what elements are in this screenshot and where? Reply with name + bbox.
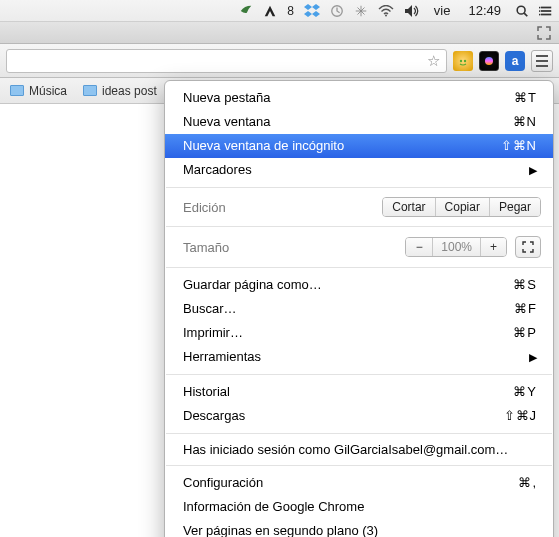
folder-icon: [83, 85, 97, 96]
bookmark-label: Música: [29, 84, 67, 98]
svg-point-1: [385, 14, 387, 16]
fullscreen-button[interactable]: [515, 236, 541, 258]
menu-label: Información de Google Chrome: [183, 498, 364, 516]
shortcut: ⇧⌘J: [504, 407, 538, 425]
menu-background-pages[interactable]: Ver páginas en segundo plano (3): [165, 519, 553, 537]
bookmark-label: ideas post: [102, 84, 157, 98]
adobe-badge: 8: [287, 0, 294, 21]
chrome-main-menu: Nueva pestaña ⌘T Nueva ventana ⌘N Nueva …: [164, 80, 554, 537]
timemachine-icon[interactable]: [330, 0, 344, 21]
shortcut: ⌘Y: [513, 383, 537, 401]
menu-about-chrome[interactable]: Información de Google Chrome: [165, 495, 553, 519]
shortcut: ⌘T: [514, 89, 537, 107]
menu-save-as[interactable]: Guardar página como… ⌘S: [165, 273, 553, 297]
chrome-menu-button[interactable]: [531, 50, 553, 72]
address-bar[interactable]: ☆: [6, 49, 447, 73]
menu-label: Configuración: [183, 474, 263, 492]
wifi-icon[interactable]: [378, 0, 394, 21]
menu-signed-in[interactable]: Has iniciado sesión como GilGarciaIsabel…: [165, 439, 553, 460]
paste-button[interactable]: Pegar: [489, 198, 540, 216]
bookmark-folder-musica[interactable]: Música: [10, 84, 67, 98]
svg-point-2: [517, 6, 525, 14]
menu-label: Descargas: [183, 407, 245, 425]
shortcut: ⌘S: [513, 276, 537, 294]
svg-rect-6: [541, 13, 552, 15]
shortcut: ⌘P: [513, 324, 537, 342]
shortcut: ⌘,: [518, 474, 537, 492]
extension-icon-3[interactable]: a: [505, 51, 525, 71]
menu-new-window[interactable]: Nueva ventana ⌘N: [165, 110, 553, 134]
shortcut: ⌘N: [513, 113, 537, 131]
menubar-time[interactable]: 12:49: [468, 0, 501, 21]
extension-icon-1[interactable]: [453, 51, 473, 71]
submenu-arrow-icon: ▶: [529, 161, 537, 179]
menu-label: Nueva ventana: [183, 113, 270, 131]
menu-label: Herramientas: [183, 348, 261, 366]
svg-point-7: [539, 6, 540, 8]
zoom-level: 100%: [432, 238, 480, 256]
svg-rect-5: [541, 10, 552, 12]
menu-downloads[interactable]: Descargas ⇧⌘J: [165, 404, 553, 428]
menu-label: Imprimir…: [183, 324, 243, 342]
svg-point-9: [539, 13, 540, 15]
fullscreen-window-icon[interactable]: [537, 26, 551, 40]
edit-button-group: Cortar Copiar Pegar: [382, 197, 541, 217]
tab-strip: [0, 22, 559, 44]
menu-label: Edición: [183, 200, 226, 215]
cut-button[interactable]: Cortar: [383, 198, 434, 216]
svg-point-11: [464, 59, 466, 61]
dropbox-icon[interactable]: [304, 0, 320, 21]
spotlight-icon[interactable]: [515, 0, 529, 21]
menu-label: Ver páginas en segundo plano (3): [183, 522, 378, 537]
svg-point-8: [539, 10, 540, 12]
bookmark-folder-ideas[interactable]: ideas post: [83, 84, 157, 98]
menu-label: Has iniciado sesión como GilGarciaIsabel…: [183, 442, 508, 457]
separator: [166, 226, 552, 227]
separator: [166, 187, 552, 188]
menu-print[interactable]: Imprimir… ⌘P: [165, 321, 553, 345]
menu-settings[interactable]: Configuración ⌘,: [165, 471, 553, 495]
shortcut: ⇧⌘N: [501, 137, 537, 155]
separator: [166, 374, 552, 375]
menu-new-tab[interactable]: Nueva pestaña ⌘T: [165, 86, 553, 110]
copy-button[interactable]: Copiar: [435, 198, 489, 216]
zoom-out-button[interactable]: −: [406, 238, 432, 256]
menu-edit-row: Edición Cortar Copiar Pegar: [165, 193, 553, 221]
adobe-icon[interactable]: [263, 0, 277, 21]
notification-center-icon[interactable]: [539, 0, 553, 21]
menu-label: Guardar página como…: [183, 276, 322, 294]
macos-menubar: 8 vie 12:49: [0, 0, 559, 22]
bookmark-star-icon[interactable]: ☆: [427, 52, 440, 70]
submenu-arrow-icon: ▶: [529, 348, 537, 366]
menu-new-incognito[interactable]: Nueva ventana de incógnito ⇧⌘N: [165, 134, 553, 158]
menu-label: Historial: [183, 383, 230, 401]
separator: [166, 465, 552, 466]
zoom-in-button[interactable]: +: [480, 238, 506, 256]
sync-icon[interactable]: [354, 0, 368, 21]
menu-label: Marcadores: [183, 161, 252, 179]
separator: [166, 267, 552, 268]
menu-find[interactable]: Buscar… ⌘F: [165, 297, 553, 321]
svg-line-3: [524, 13, 527, 16]
menu-label: Buscar…: [183, 300, 236, 318]
zoom-button-group: − 100% +: [405, 237, 507, 257]
menu-label: Nueva pestaña: [183, 89, 270, 107]
menu-label: Nueva ventana de incógnito: [183, 137, 344, 155]
menu-bookmarks[interactable]: Marcadores ▶: [165, 158, 553, 182]
hummingbird-icon[interactable]: [239, 0, 253, 21]
extension-icon-2[interactable]: [479, 51, 499, 71]
toolbar: ☆ a: [0, 44, 559, 78]
menu-zoom-row: Tamaño − 100% +: [165, 232, 553, 262]
menu-tools[interactable]: Herramientas ▶: [165, 345, 553, 369]
menu-label: Tamaño: [183, 240, 229, 255]
menu-history[interactable]: Historial ⌘Y: [165, 380, 553, 404]
separator: [166, 433, 552, 434]
folder-icon: [10, 85, 24, 96]
svg-rect-4: [541, 6, 552, 8]
svg-point-10: [460, 59, 462, 61]
shortcut: ⌘F: [514, 300, 537, 318]
menubar-day[interactable]: vie: [434, 0, 451, 21]
volume-icon[interactable]: [404, 0, 420, 21]
